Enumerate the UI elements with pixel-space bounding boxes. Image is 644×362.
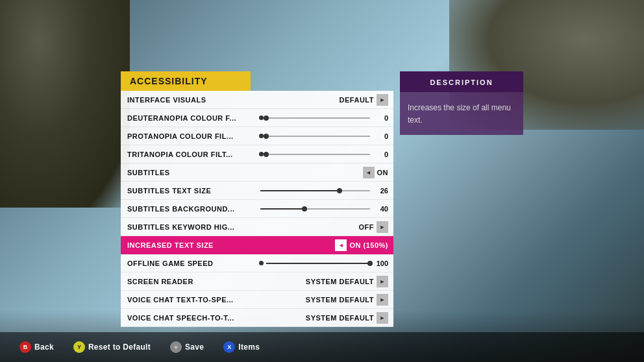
menu-row-tritanopia[interactable]: TRITANOPIA COLOUR FILT...0 — [121, 145, 393, 163]
arrow-right-interface-visuals[interactable]: ► — [377, 94, 388, 106]
bottom-label-save: Save — [185, 343, 204, 352]
menu-value-screen-reader: SYSTEM DEFAULT — [306, 278, 374, 285]
slider-dot-offline-game-speed — [259, 261, 264, 265]
menu-row-protanopia[interactable]: PROTANOPIA COLOUR FIL...0 — [121, 127, 393, 145]
slider-thumb-offline-game-speed — [367, 261, 373, 266]
menu-label-subtitles-keyword: SUBTITLES KEYWORD HIG... — [127, 223, 356, 231]
menu-row-voice-chat-tts[interactable]: VOICE CHAT TEXT-TO-SPE...SYSTEM DEFAULT► — [121, 291, 393, 309]
menu-row-interface-visuals[interactable]: INTERFACE VISUALSDEFAULT► — [121, 91, 393, 109]
bg-rocks-left — [0, 0, 130, 208]
menu-label-subtitles-background: SUBTITLES BACKGROUND... — [127, 205, 256, 213]
menu-label-voice-chat-stt: VOICE CHAT SPEECH-TO-T... — [127, 314, 303, 322]
slider-offline-game-speed[interactable]: 100 — [259, 259, 388, 267]
slider-value-deuteranopia: 0 — [374, 114, 388, 122]
slider-thumb-protanopia — [264, 134, 269, 139]
arrow-right-subtitles-keyword[interactable]: ► — [377, 221, 388, 233]
menu-value-subtitles: ON — [377, 169, 389, 176]
slider-protanopia[interactable]: 0 — [259, 132, 388, 140]
arrow-right-voice-chat-stt[interactable]: ► — [377, 312, 388, 324]
menu-value-subtitles-keyword: OFF — [359, 223, 375, 231]
menu-row-subtitles-text-size[interactable]: SUBTITLES TEXT SIZE26 — [121, 182, 393, 200]
menu-label-protanopia: PROTANOPIA COLOUR FIL... — [127, 132, 256, 140]
menu-row-voice-chat-stt[interactable]: VOICE CHAT SPEECH-TO-T...SYSTEM DEFAULT► — [121, 309, 393, 327]
menu-row-subtitles-keyword[interactable]: SUBTITLES KEYWORD HIG...OFF► — [121, 218, 393, 236]
slider-value-subtitles-background: 40 — [374, 205, 388, 213]
menu-value-interface-visuals: DEFAULT — [340, 96, 374, 104]
slider-track-subtitles-background[interactable] — [260, 208, 370, 210]
menu-wrapper: ACCESSIBILITY INTERFACE VISUALSDEFAULT►D… — [121, 71, 523, 327]
button-back[interactable]: B — [19, 341, 31, 353]
bottom-action-items[interactable]: XItems — [223, 341, 260, 353]
arrow-right-screen-reader[interactable]: ► — [377, 276, 388, 287]
menu-label-voice-chat-tts: VOICE CHAT TEXT-TO-SPE... — [127, 296, 303, 304]
slider-thumb-subtitles-background — [302, 206, 307, 211]
description-body: Increases the size of all menu text. — [400, 92, 523, 135]
description-title: DESCRIPTION — [430, 78, 493, 86]
description-panel: DESCRIPTION Increases the size of all me… — [400, 71, 523, 135]
menu-row-screen-reader[interactable]: SCREEN READERSYSTEM DEFAULT► — [121, 272, 393, 291]
slider-subtitles-text-size[interactable]: 26 — [259, 187, 388, 195]
slider-thumb-subtitles-text-size — [337, 188, 342, 193]
slider-track-deuteranopia[interactable] — [266, 117, 370, 119]
description-text: Increases the size of all menu text. — [408, 103, 511, 125]
bottom-action-reset[interactable]: YReset to Default — [73, 341, 151, 353]
description-header: DESCRIPTION — [400, 71, 523, 92]
accessibility-menu: ACCESSIBILITY INTERFACE VISUALSDEFAULT►D… — [121, 71, 523, 327]
menu-panel: INTERFACE VISUALSDEFAULT►DEUTERANOPIA CO… — [121, 91, 393, 327]
arrow-right-voice-chat-tts[interactable]: ► — [377, 294, 388, 306]
menu-label-offline-game-speed: OFFLINE GAME SPEED — [127, 259, 256, 267]
bottom-label-back: Back — [34, 343, 54, 352]
menu-row-deuteranopia[interactable]: DEUTERANOPIA COLOUR F...0 — [121, 109, 393, 127]
button-items[interactable]: X — [223, 341, 235, 353]
slider-value-protanopia: 0 — [374, 132, 388, 140]
slider-thumb-deuteranopia — [264, 115, 269, 121]
menu-row-subtitles-background[interactable]: SUBTITLES BACKGROUND...40 — [121, 200, 393, 218]
arrow-left-subtitles[interactable]: ◄ — [363, 167, 375, 178]
button-save[interactable]: ≡ — [170, 341, 182, 353]
slider-fill-subtitles-text-size — [260, 190, 340, 191]
menu-value-voice-chat-tts: SYSTEM DEFAULT — [306, 296, 374, 304]
menu-value-increased-text-size: ON (150%) — [349, 241, 388, 249]
menu-label-subtitles-text-size: SUBTITLES TEXT SIZE — [127, 187, 256, 195]
menu-label-subtitles: SUBTITLES — [127, 169, 363, 176]
slider-dot-protanopia — [259, 134, 264, 138]
slider-track-tritanopia[interactable] — [266, 154, 370, 155]
bottom-bar: BBackYReset to Default≡SaveXItems — [0, 332, 644, 362]
section-title: ACCESSIBILITY — [130, 76, 208, 86]
menu-label-increased-text-size: INCREASED TEXT SIZE — [127, 241, 335, 249]
bottom-action-save[interactable]: ≡Save — [170, 341, 204, 353]
bottom-label-reset: Reset to Default — [88, 343, 151, 352]
menu-row-subtitles[interactable]: SUBTITLES◄ON — [121, 163, 393, 182]
slider-value-tritanopia: 0 — [374, 151, 388, 158]
menu-value-voice-chat-stt: SYSTEM DEFAULT — [306, 314, 374, 322]
button-reset[interactable]: Y — [73, 341, 85, 353]
section-header: ACCESSIBILITY — [121, 71, 251, 91]
slider-thumb-tritanopia — [264, 152, 269, 157]
menu-label-deuteranopia: DEUTERANOPIA COLOUR F... — [127, 114, 256, 122]
menu-label-interface-visuals: INTERFACE VISUALS — [127, 96, 337, 104]
slider-track-subtitles-text-size[interactable] — [260, 190, 370, 191]
menu-label-screen-reader: SCREEN READER — [127, 278, 303, 285]
menu-row-offline-game-speed[interactable]: OFFLINE GAME SPEED100 — [121, 254, 393, 272]
slider-fill-offline-game-speed — [266, 263, 370, 264]
slider-value-offline-game-speed: 100 — [374, 259, 388, 267]
slider-tritanopia[interactable]: 0 — [259, 151, 388, 158]
slider-value-subtitles-text-size: 26 — [374, 187, 388, 195]
slider-dot-tritanopia — [259, 152, 264, 156]
menu-row-increased-text-size[interactable]: INCREASED TEXT SIZE◄ON (150%) — [121, 236, 393, 254]
slider-deuteranopia[interactable]: 0 — [259, 114, 388, 122]
slider-subtitles-background[interactable]: 40 — [259, 205, 388, 213]
slider-fill-subtitles-background — [260, 208, 304, 210]
slider-dot-deuteranopia — [259, 115, 264, 120]
slider-track-offline-game-speed[interactable] — [266, 263, 370, 264]
bottom-action-back[interactable]: BBack — [19, 341, 54, 353]
slider-track-protanopia[interactable] — [266, 136, 370, 137]
bottom-label-items: Items — [238, 343, 260, 352]
arrow-left-increased-text-size[interactable]: ◄ — [335, 239, 347, 251]
menu-label-tritanopia: TRITANOPIA COLOUR FILT... — [127, 151, 256, 158]
